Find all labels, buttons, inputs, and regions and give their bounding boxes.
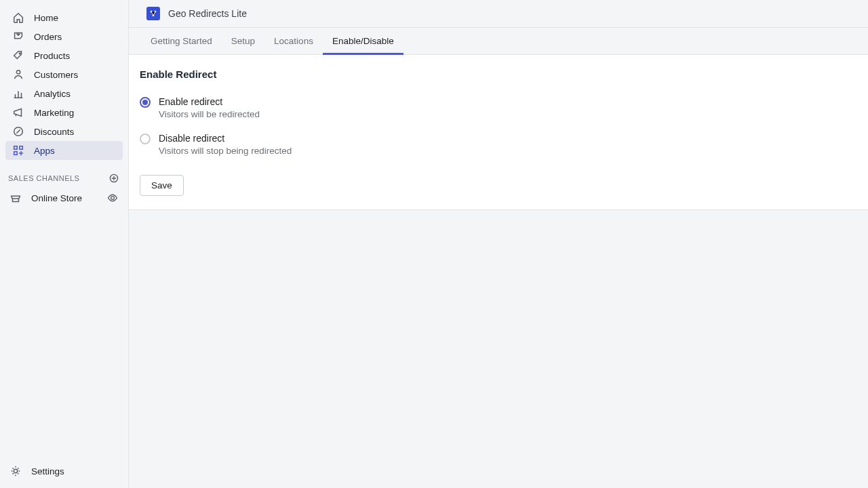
svg-point-1 [16,70,20,74]
app-icon [146,7,160,20]
svg-rect-4 [20,146,23,150]
radio-input[interactable] [140,134,151,144]
orders-icon [12,30,24,43]
tab-enable-disable[interactable]: Enable/Disable [323,28,403,55]
sidebar-item-label: Orders [34,32,62,42]
content-card: Enable Redirect Enable redirect Visitors… [129,55,868,210]
radio-label: Enable redirect [159,96,260,107]
main: Geo Redirects Lite Getting Started Setup… [129,0,868,488]
tab-getting-started[interactable]: Getting Started [141,28,222,55]
sidebar-item-analytics[interactable]: Analytics [5,84,123,103]
radio-help: Visitors will stop being redirected [159,146,292,156]
sidebar-item-label: Home [34,13,58,23]
products-icon [12,49,24,62]
tabs: Getting Started Setup Locations Enable/D… [129,28,868,55]
discounts-icon [12,125,24,138]
customers-icon [12,68,24,81]
sidebar-item-orders[interactable]: Orders [5,27,123,46]
sidebar-item-label: Marketing [34,108,74,118]
sidebar-item-discounts[interactable]: Discounts [5,122,123,141]
sidebar-item-label: Analytics [34,89,71,99]
sidebar-item-home[interactable]: Home [5,8,123,27]
tab-setup[interactable]: Setup [222,28,264,55]
svg-rect-3 [14,146,18,150]
tab-label: Getting Started [151,36,212,46]
radio-input[interactable] [140,97,151,108]
sidebar-item-label: Apps [34,146,55,156]
sales-channels-header: SALES CHANNELS [0,160,128,188]
online-store-icon [9,192,22,204]
sidebar-item-marketing[interactable]: Marketing [5,103,123,122]
sidebar-item-apps[interactable]: Apps [5,141,123,160]
settings-icon [9,465,22,477]
sales-channels-label: SALES CHANNELS [8,174,79,182]
svg-point-8 [14,469,17,472]
analytics-icon [12,87,24,100]
radio-enable-redirect[interactable]: Enable redirect Visitors will be redirec… [140,96,857,119]
view-store-icon[interactable] [106,192,119,204]
sidebar-item-settings[interactable]: Settings [0,455,128,488]
svg-rect-5 [14,152,18,155]
app-header: Geo Redirects Lite [129,0,868,28]
app-title: Geo Redirects Lite [168,8,247,19]
tab-locations[interactable]: Locations [264,28,323,55]
radio-help: Visitors will be redirected [159,109,260,119]
sidebar-item-label: Online Store [31,193,82,203]
primary-nav: Home Orders Products Customers Analytics [0,8,128,160]
add-channel-icon[interactable] [108,172,120,184]
sidebar-item-label: Products [34,51,70,61]
home-icon [12,12,24,24]
sidebar-item-label: Customers [34,70,78,80]
save-button[interactable]: Save [140,175,184,196]
radio-disable-redirect[interactable]: Disable redirect Visitors will stop bein… [140,133,857,156]
section-title: Enable Redirect [140,68,857,80]
tab-label: Enable/Disable [332,36,394,46]
sidebar: Home Orders Products Customers Analytics [0,0,129,488]
sidebar-item-customers[interactable]: Customers [5,65,123,84]
svg-point-0 [19,53,20,54]
marketing-icon [12,106,24,119]
sidebar-item-label: Settings [31,466,64,476]
sidebar-item-products[interactable]: Products [5,46,123,65]
apps-icon [12,144,24,157]
svg-point-7 [111,197,115,200]
tab-label: Locations [274,36,313,46]
radio-label: Disable redirect [159,133,292,144]
sidebar-item-online-store[interactable]: Online Store [0,188,128,207]
sidebar-item-label: Discounts [34,127,74,137]
tab-label: Setup [231,36,255,46]
